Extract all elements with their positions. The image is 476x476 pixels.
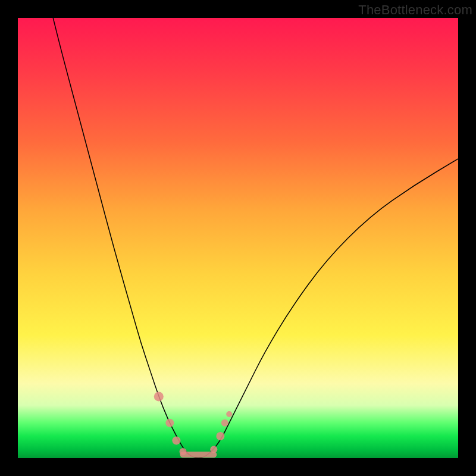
marker-group xyxy=(154,392,232,455)
curve-marker xyxy=(226,411,232,417)
curve-marker xyxy=(216,432,224,440)
chart-frame: TheBottleneck.com xyxy=(0,0,476,476)
plot-area xyxy=(18,18,458,458)
curve-marker xyxy=(154,392,164,401)
curve-marker xyxy=(221,419,228,427)
watermark-text: TheBottleneck.com xyxy=(358,2,472,18)
curve-svg xyxy=(18,18,458,458)
curve-marker xyxy=(172,436,180,444)
bottleneck-curve xyxy=(53,18,458,458)
curve-marker xyxy=(165,419,174,427)
